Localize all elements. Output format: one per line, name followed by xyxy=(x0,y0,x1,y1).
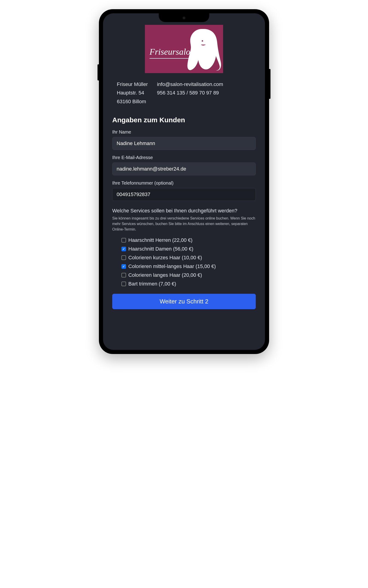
service-checkbox[interactable] xyxy=(121,282,126,286)
name-label: Ihr Name xyxy=(112,129,256,135)
app-content: Friseursalon Friseur Müller Hauptstr. 54… xyxy=(103,13,265,350)
salon-name: Friseur Müller xyxy=(117,80,148,89)
service-checkbox[interactable] xyxy=(121,273,126,277)
salon-street: Hauptstr. 54 xyxy=(117,89,148,97)
section-title: Angaben zum Kunden xyxy=(112,116,256,124)
svg-point-0 xyxy=(202,40,203,42)
service-item[interactable]: Colorieren kurzes Haar (10,00 €) xyxy=(121,255,256,261)
woman-hair-icon xyxy=(186,27,221,71)
continue-button[interactable]: Weiter zu Schritt 2 xyxy=(112,294,256,309)
service-label: Colorieren kurzes Haar (10,00 €) xyxy=(128,255,202,261)
email-label: Ihre E-Mail-Adresse xyxy=(112,155,256,160)
services-question: Welche Services sollen bei Ihnen durchge… xyxy=(112,208,256,214)
service-item[interactable]: Colorieren langes Haar (20,00 €) xyxy=(121,272,256,278)
services-hint: Sie können insgesamt bis zu drei verschi… xyxy=(112,216,256,232)
service-item[interactable]: Bart trimmen (7,00 €) xyxy=(121,281,256,287)
service-checkbox[interactable] xyxy=(121,247,126,251)
phone-label: Ihre Telefonnummer (optional) xyxy=(112,180,256,186)
phone-frame: Friseursalon Friseur Müller Hauptstr. 54… xyxy=(99,9,269,354)
name-input[interactable] xyxy=(112,137,256,150)
salon-address: Friseur Müller Hauptstr. 54 63160 Billom xyxy=(117,80,148,106)
salon-city: 63160 Billom xyxy=(117,97,148,106)
salon-logo: Friseursalon xyxy=(145,25,223,73)
email-input[interactable] xyxy=(112,162,256,175)
service-list: Haarschnitt Herren (22,00 €)Haarschnitt … xyxy=(112,237,256,287)
salon-contact-block: Friseur Müller Hauptstr. 54 63160 Billom… xyxy=(112,80,256,116)
service-checkbox[interactable] xyxy=(121,238,126,242)
service-checkbox[interactable] xyxy=(121,255,126,260)
power-button xyxy=(269,69,270,99)
salon-phones: 956 314 135 / 589 70 97 89 xyxy=(157,89,251,97)
phone-body: Friseursalon Friseur Müller Hauptstr. 54… xyxy=(99,9,269,354)
service-item[interactable]: Haarschnitt Herren (22,00 €) xyxy=(121,237,256,243)
service-label: Bart trimmen (7,00 €) xyxy=(128,281,176,287)
service-label: Colorieren mittel-langes Haar (15,00 €) xyxy=(128,263,216,269)
salon-contact: info@salon-revitalisation.com 956 314 13… xyxy=(157,80,251,106)
service-item[interactable]: Colorieren mittel-langes Haar (15,00 €) xyxy=(121,263,256,269)
service-checkbox[interactable] xyxy=(121,264,126,269)
phone-screen: Friseursalon Friseur Müller Hauptstr. 54… xyxy=(103,13,265,350)
service-label: Haarschnitt Damen (56,00 €) xyxy=(128,246,193,252)
phone-notch xyxy=(159,13,209,22)
salon-email: info@salon-revitalisation.com xyxy=(157,80,251,89)
phone-input[interactable] xyxy=(112,188,256,201)
service-item[interactable]: Haarschnitt Damen (56,00 €) xyxy=(121,246,256,252)
service-label: Haarschnitt Herren (22,00 €) xyxy=(128,237,193,243)
service-label: Colorieren langes Haar (20,00 €) xyxy=(128,272,202,278)
